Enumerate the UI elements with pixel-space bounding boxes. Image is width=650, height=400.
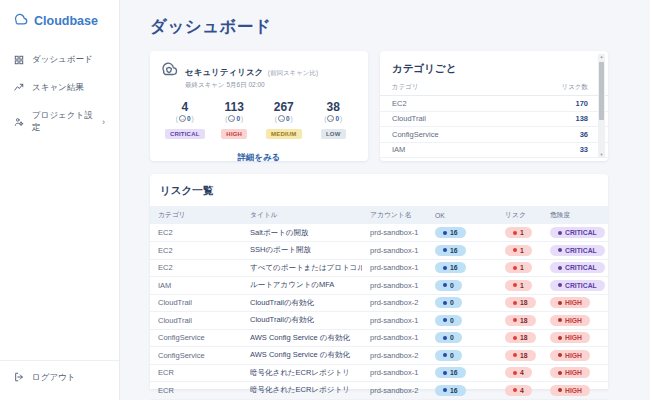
risk-table-row[interactable]: ConfigService AWS Config Service の有効化 pr…: [150, 347, 608, 365]
ok-count-pill: 0: [435, 332, 462, 343]
dashboard-icon: [14, 55, 24, 65]
ok-count-pill: 0: [435, 280, 462, 291]
risk-col-header: 危険度: [542, 206, 608, 224]
category-col-header: カテゴリ: [392, 83, 419, 92]
stat-value: 4: [160, 100, 210, 114]
stat-delta: (→0): [210, 115, 260, 122]
cloud-shield-icon: [160, 61, 178, 90]
risk-table-row[interactable]: EC2 SSHのポート開放 prd-sandbox-1 16 1 CRITICA…: [150, 242, 608, 260]
risk-col-header: タイトル: [242, 206, 362, 224]
security-card-title: セキュリティリスク: [185, 67, 263, 77]
severity-stat: 267 (→0) MEDIUM: [259, 100, 309, 140]
risk-table-row[interactable]: CloudTrail CloudTrailの有効化 prd-sandbox-2 …: [150, 294, 608, 312]
ok-count-pill: 16: [435, 262, 466, 273]
ok-count-pill: 0: [435, 297, 462, 308]
severity-stat: 113 (→0) HIGH: [210, 100, 260, 140]
risk-count-pill: 1: [505, 227, 532, 238]
details-link[interactable]: 詳細をみる: [150, 140, 368, 174]
ok-count-pill: 16: [435, 245, 466, 256]
logout-icon: [14, 372, 24, 384]
ok-count-pill: 16: [435, 385, 466, 396]
risk-list-card: リスク一覧 カテゴリタイトルアカウント名OKリスク危険度 EC2 Saltポート…: [150, 174, 608, 389]
risk-table: カテゴリタイトルアカウント名OKリスク危険度 EC2 Saltポートの開放 pr…: [150, 206, 608, 400]
page-title: ダッシュボード: [150, 16, 650, 38]
risk-col-header: カテゴリ: [150, 206, 242, 224]
category-row[interactable]: EC2 170: [380, 96, 608, 112]
category-card: カテゴリごと カテゴリ リスク数 EC2 170 CloudTrail 138 …: [380, 51, 608, 161]
arrow-right-circle-icon: →: [179, 115, 186, 122]
severity-badge: LOW: [321, 129, 346, 139]
severity-pill: HIGH: [550, 315, 590, 326]
ok-count-pill: 16: [435, 367, 466, 378]
ok-count-pill: 0: [435, 315, 462, 326]
risk-table-row[interactable]: ECR 暗号化されたECRレポジトリ prd-sandbox-1 16 4 HI…: [150, 364, 608, 382]
risk-table-row[interactable]: IAM ルートアカウントのMFA prd-sandbox-1 0 1 CRITI…: [150, 277, 608, 295]
risk-count-pill: 18: [505, 315, 536, 326]
risk-count-col-header: リスク数: [562, 83, 588, 92]
risk-col-header: OK: [427, 206, 497, 224]
category-row[interactable]: CloudTrail 138: [380, 112, 608, 128]
risk-col-header: リスク: [497, 206, 542, 224]
category-row[interactable]: IAM 33: [380, 143, 608, 159]
stat-value: 267: [259, 100, 309, 114]
arrow-right-circle-icon: →: [228, 115, 235, 122]
ok-count-pill: 0: [435, 350, 462, 361]
risk-col-header: アカウント名: [362, 206, 427, 224]
stat-delta: (→0): [309, 115, 359, 122]
risk-count-pill: 18: [505, 332, 536, 343]
app-logo-label: Cloudbase: [34, 14, 98, 28]
category-table-header: カテゴリ リスク数: [380, 83, 608, 96]
sidebar-nav: ダッシュボード スキャン結果 プロジェクト設定 ›: [0, 46, 119, 142]
sidebar-item-0[interactable]: ダッシュボード: [0, 46, 119, 74]
risk-table-header-row: カテゴリタイトルアカウント名OKリスク危険度: [150, 206, 608, 224]
severity-pill: CRITICAL: [550, 227, 605, 238]
scroll-up-icon[interactable]: ▲: [598, 55, 605, 59]
stat-value: 113: [210, 100, 260, 114]
severity-stat: 38 (→0) LOW: [309, 100, 359, 140]
security-risk-card: セキュリティリスク (前回スキャン比) 最終スキャン 5月6日 02:00 4 …: [150, 51, 368, 161]
scrollbar-thumb[interactable]: [599, 62, 604, 120]
severity-pill: HIGH: [550, 297, 590, 308]
category-scrollbar[interactable]: ▲ ▼: [598, 54, 605, 158]
severity-pill: HIGH: [550, 367, 590, 378]
arrow-right-circle-icon: →: [327, 115, 334, 122]
severity-pill: CRITICAL: [550, 245, 605, 256]
category-card-title: カテゴリごと: [380, 51, 608, 83]
cloud-logo-icon: [13, 12, 28, 30]
category-row[interactable]: ConfigService 36: [380, 127, 608, 143]
risk-table-row[interactable]: EC2 すべてのポートまたはプロトコルの開放 prd-sandbox-1 16 …: [150, 259, 608, 277]
stat-value: 38: [309, 100, 359, 114]
main-content: ダッシュボード セキュリティリスク (前回スキャン比) 最終スキャン 5月6日 …: [120, 0, 650, 400]
scan-results-icon: [14, 83, 24, 93]
severity-badge: CRITICAL: [165, 129, 205, 139]
app-logo[interactable]: Cloudbase: [0, 0, 119, 40]
logout-label: ログアウト: [32, 372, 76, 384]
risk-list-title: リスク一覧: [150, 174, 608, 206]
severity-pill: HIGH: [550, 385, 590, 396]
logout-button[interactable]: ログアウト: [0, 361, 119, 400]
risk-count-pill: 4: [505, 367, 532, 378]
severity-badge: MEDIUM: [266, 129, 302, 139]
severity-badge: HIGH: [221, 129, 247, 139]
risk-table-row[interactable]: ConfigService AWS Config Service の有効化 pr…: [150, 329, 608, 347]
category-row[interactable]: S3 17: [380, 158, 608, 161]
risk-count-pill: 4: [505, 385, 532, 396]
severity-pill: CRITICAL: [550, 280, 605, 291]
risk-table-row[interactable]: EC2 Saltポートの開放 prd-sandbox-1 16 1 CRITIC…: [150, 224, 608, 242]
risk-table-row[interactable]: ECR 暗号化されたECRレポジトリ prd-sandbox-2 16 4 HI…: [150, 382, 608, 400]
arrow-right-circle-icon: →: [278, 115, 285, 122]
sidebar-item-2[interactable]: プロジェクト設定 ›: [0, 102, 119, 142]
stat-delta: (→0): [160, 115, 210, 122]
risk-count-pill: 1: [505, 280, 532, 291]
risk-count-pill: 1: [505, 262, 532, 273]
severity-stat: 4 (→0) CRITICAL: [160, 100, 210, 140]
risk-table-row[interactable]: CloudTrail CloudTrailの有効化 prd-sandbox-1 …: [150, 312, 608, 330]
scroll-down-icon[interactable]: ▼: [598, 153, 605, 157]
last-scan-text: 最終スキャン 5月6日 02:00: [185, 81, 318, 90]
category-table-body: EC2 170 CloudTrail 138 ConfigService 36 …: [380, 96, 608, 161]
project-settings-icon: [14, 117, 24, 127]
severity-stats: 4 (→0) CRITICAL 113 (→0) HIGH 267 (→0) M…: [150, 90, 368, 140]
security-card-subtitle: (前回スキャン比): [268, 69, 318, 76]
severity-pill: HIGH: [550, 332, 590, 343]
sidebar-item-1[interactable]: スキャン結果: [0, 74, 119, 102]
